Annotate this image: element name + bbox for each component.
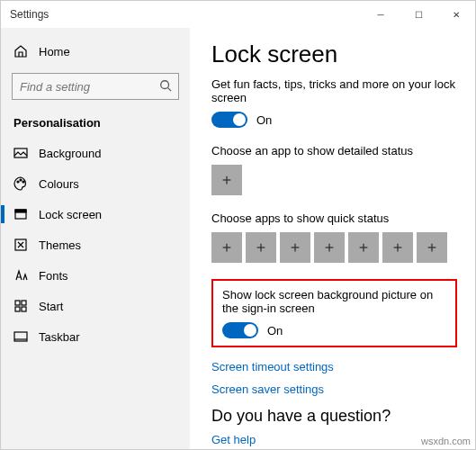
signin-bg-toggle-row: On	[222, 322, 446, 338]
svg-point-5	[22, 181, 24, 183]
quick-app-tile-2[interactable]	[246, 232, 276, 263]
quick-status-tiles	[211, 232, 457, 263]
quick-app-tile-6[interactable]	[382, 232, 413, 263]
plus-icon	[220, 241, 233, 254]
fun-facts-state: On	[256, 113, 272, 127]
titlebar: Settings ─ ☐ ✕	[1, 1, 475, 28]
signin-bg-state: On	[267, 324, 283, 338]
plus-icon	[391, 241, 404, 254]
svg-point-0	[161, 81, 169, 89]
minimize-button[interactable]: ─	[362, 1, 400, 28]
home-label: Home	[39, 45, 70, 58]
palette-icon	[13, 176, 28, 191]
fun-facts-toggle-row: On	[211, 112, 457, 128]
search-wrap	[12, 73, 179, 100]
svg-point-4	[20, 179, 22, 181]
svg-point-3	[17, 181, 19, 183]
screen-saver-link[interactable]: Screen saver settings	[211, 382, 457, 396]
screen-timeout-link[interactable]: Screen timeout settings	[211, 360, 457, 374]
nav-label: Themes	[39, 238, 81, 252]
plus-icon	[255, 241, 267, 254]
lock-screen-icon	[13, 207, 28, 221]
main-panel: Lock screen Get fun facts, tips, tricks …	[190, 28, 475, 449]
quick-app-tile-5[interactable]	[348, 232, 379, 263]
quick-app-tile-7[interactable]	[417, 232, 447, 263]
plus-icon	[426, 241, 438, 254]
home-icon	[13, 44, 28, 58]
detailed-status-tiles	[211, 165, 457, 195]
fun-facts-label: Get fun facts, tips, tricks and more on …	[211, 77, 457, 104]
fonts-icon	[13, 268, 28, 283]
svg-line-1	[168, 88, 172, 92]
settings-window: Settings ─ ☐ ✕ Home Personalisation Back…	[0, 0, 476, 450]
sidebar-item-themes[interactable]: Themes	[1, 230, 190, 259]
svg-rect-11	[15, 307, 20, 311]
detailed-status-block: Choose an app to show detailed status	[211, 144, 457, 195]
sidebar-item-background[interactable]: Background	[1, 139, 190, 167]
svg-rect-7	[15, 210, 26, 212]
window-controls: ─ ☐ ✕	[362, 1, 475, 28]
taskbar-icon	[13, 329, 28, 344]
question-heading: Do you have a question?	[211, 407, 457, 426]
nav-label: Fonts	[39, 269, 68, 283]
page-title: Lock screen	[211, 40, 457, 68]
sidebar: Home Personalisation Background Colours …	[1, 28, 190, 449]
close-button[interactable]: ✕	[437, 1, 475, 28]
toggle-knob	[244, 324, 256, 337]
watermark: wsxdn.com	[421, 436, 471, 446]
maximize-button[interactable]: ☐	[400, 1, 437, 28]
nav-label: Start	[39, 300, 63, 313]
quick-status-label: Choose apps to show quick status	[211, 212, 457, 225]
nav-label: Colours	[39, 177, 79, 191]
add-detailed-app-tile[interactable]	[211, 165, 242, 195]
themes-icon	[13, 238, 28, 252]
svg-rect-10	[22, 301, 26, 305]
app-title: Settings	[10, 8, 49, 21]
fun-facts-toggle[interactable]	[211, 112, 247, 128]
nav-label: Background	[39, 147, 101, 160]
search-input[interactable]	[12, 73, 179, 100]
sidebar-item-lock-screen[interactable]: Lock screen	[1, 200, 190, 229]
picture-icon	[13, 146, 28, 160]
svg-rect-12	[22, 307, 26, 311]
quick-status-block: Choose apps to show quick status	[211, 212, 457, 263]
quick-app-tile-1[interactable]	[211, 232, 242, 263]
sidebar-item-taskbar[interactable]: Taskbar	[1, 322, 190, 351]
plus-icon	[323, 241, 336, 254]
sidebar-item-fonts[interactable]: Fonts	[1, 261, 190, 290]
sidebar-item-start[interactable]: Start	[1, 292, 190, 320]
plus-icon	[357, 241, 370, 254]
quick-app-tile-3[interactable]	[280, 232, 310, 263]
sidebar-item-colours[interactable]: Colours	[1, 169, 190, 198]
quick-app-tile-4[interactable]	[314, 232, 345, 263]
home-nav[interactable]: Home	[1, 37, 190, 66]
fun-facts-block: Get fun facts, tips, tricks and more on …	[211, 77, 457, 128]
plus-icon	[289, 241, 301, 254]
plus-icon	[220, 174, 233, 186]
section-title: Personalisation	[1, 111, 190, 137]
signin-bg-highlight: Show lock screen background picture on t…	[211, 279, 457, 347]
signin-bg-label: Show lock screen background picture on t…	[222, 288, 446, 315]
svg-rect-9	[15, 301, 20, 305]
signin-bg-toggle[interactable]	[222, 322, 258, 338]
nav-label: Taskbar	[39, 330, 80, 344]
start-icon	[13, 299, 28, 313]
toggle-knob	[233, 113, 246, 126]
svg-rect-2	[14, 148, 27, 158]
window-body: Home Personalisation Background Colours …	[1, 28, 475, 449]
search-icon	[159, 79, 172, 92]
nav-label: Lock screen	[39, 208, 102, 221]
detailed-status-label: Choose an app to show detailed status	[211, 144, 457, 158]
